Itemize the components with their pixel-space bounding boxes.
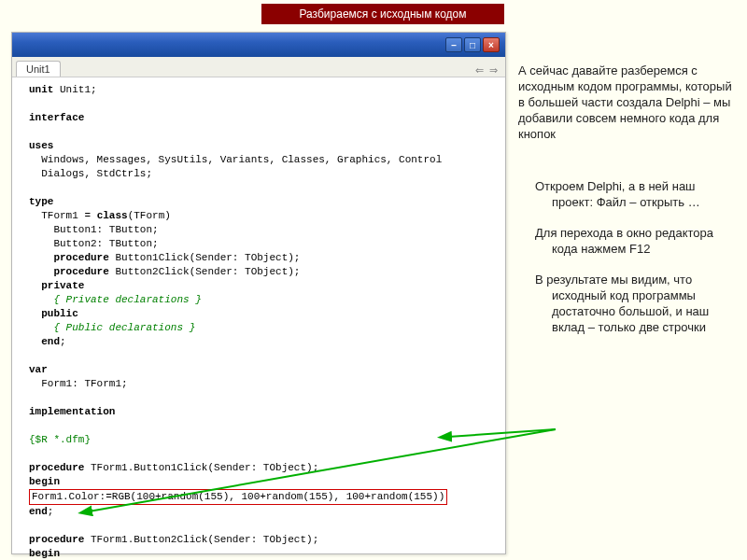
code-text: Button2Click(Sender: TObject); [109,266,301,277]
code-text [29,252,53,263]
code-kw: begin [29,548,60,559]
paragraph-3: Для перехода в окно редактора кода нажме… [535,226,733,258]
nav-fwd-icon[interactable]: ⇒ [489,64,498,77]
code-kw: end [41,336,60,347]
code-kw: procedure [29,534,84,545]
code-editor[interactable]: unit Unit1; interface uses Windows, Mess… [12,77,505,560]
code-text [29,308,41,319]
code-kw: end [29,506,48,517]
code-text: TForm1.Button1Click(Sender: TObject); [84,462,318,473]
paragraph-2: Откроем Delphi, а в ней наш проект: Файл… [535,179,733,211]
minimize-button[interactable]: – [445,37,462,52]
code-text: TForm1 = [29,210,97,221]
code-kw: unit [29,84,53,95]
code-kw: private [41,280,84,291]
code-kw: type [29,196,53,207]
window-titlebar: – □ × [12,33,505,57]
explanation-column: А сейчас давайте разберемся с исходным к… [518,63,733,351]
code-comment: { Public declarations } [29,322,195,333]
code-kw: procedure [53,266,108,277]
code-text: TForm1.Button2Click(Sender: TObject); [84,534,318,545]
editor-tabs: Unit1 ⇐ ⇒ [12,57,505,77]
code-kw: public [41,308,78,319]
code-kw: interface [29,112,84,123]
close-button[interactable]: × [483,37,500,52]
code-text: Button2: TButton; [29,238,159,249]
ide-window: – □ × Unit1 ⇐ ⇒ unit Unit1; interface us… [11,32,506,554]
nav-back-icon[interactable]: ⇐ [475,64,484,77]
code-text [29,280,41,291]
code-text [29,336,41,347]
code-text: Form1: TForm1; [29,378,128,389]
code-text: Windows, Messages, SysUtils, Variants, C… [29,154,442,165]
paragraph-4: В результате мы видим, что исходный код … [535,273,733,336]
code-text: Button1Click(Sender: TObject); [109,252,301,263]
code-kw: var [29,364,48,375]
maximize-button[interactable]: □ [464,37,481,52]
slide-title: Разбираемся с исходным кодом [261,4,504,24]
code-kw: uses [29,140,53,151]
code-comment: { Private declarations } [29,294,202,305]
code-kw: implementation [29,406,115,417]
code-text: ; [60,336,66,347]
code-text [29,266,53,277]
code-kw: procedure [29,462,84,473]
code-kw: procedure [53,252,108,263]
code-text: Unit1; [53,84,96,95]
code-text: Dialogs, StdCtrls; [29,168,152,179]
highlight-box-1: Form1.Color:=RGB(100+random(155), 100+ra… [29,489,447,505]
code-text: Button1: TButton; [29,224,159,235]
nav-arrows: ⇐ ⇒ [475,64,505,77]
tab-unit1[interactable]: Unit1 [16,61,61,77]
code-kw: begin [29,476,60,487]
code-kw: class [97,210,128,221]
code-text: ; [48,506,54,517]
code-text: (TForm) [128,210,171,221]
code-directive: {$R *.dfm} [29,434,91,445]
paragraph-1: А сейчас давайте разберемся с исходным к… [518,63,733,142]
